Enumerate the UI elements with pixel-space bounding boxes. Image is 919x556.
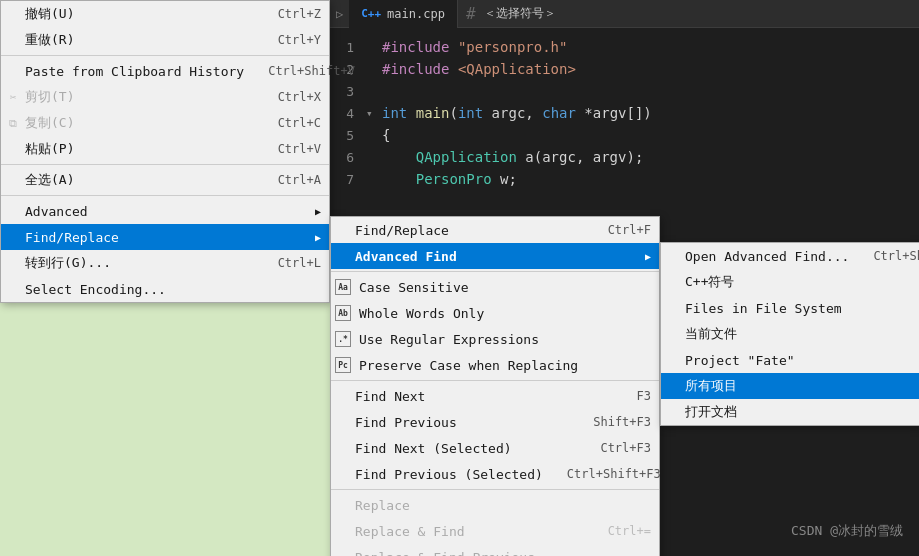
menu-l3-open-advanced[interactable]: Open Advanced Find... Ctrl+Shift+F [661,243,919,269]
menu-sep-3 [1,195,329,196]
menu-l2-sep-2 [331,380,659,381]
line-number-4: 4 [330,106,366,121]
menu-l2-find-next[interactable]: Find Next F3 [331,383,659,409]
menu-item-select-all[interactable]: 全选(A) Ctrl+A [1,167,329,193]
advanced-find-arrow: ▶ [637,251,651,262]
menu-l2-label-whole-words: Whole Words Only [359,306,484,321]
menu-label-encoding: Select Encoding... [25,282,166,297]
code-content-4: int main(int argc, char *argv[]) [382,105,652,121]
tab-symbol: ＜选择符号＞ [484,5,556,22]
menu-l3-open-doc[interactable]: 打开文档 [661,399,919,425]
menu-label-select-all: 全选(A) [25,171,74,189]
menu-l2-label-case-sensitive: Case Sensitive [359,280,469,295]
menu-l3-project-fate[interactable]: Project "Fate" [661,347,919,373]
preserve-case-icon: Pc [335,357,351,373]
menu-l3-all-projects[interactable]: 所有项目 [661,373,919,399]
code-line-3: 3 [330,80,919,102]
menu-label-undo: 撤销(U) [25,5,74,23]
watermark-text: CSDN @冰封的雪绒 [791,523,903,538]
menu-l2-label-find-next: Find Next [355,389,425,404]
context-menu-l1: 撤销(U) Ctrl+Z 重做(R) Ctrl+Y Paste from Cli… [0,0,330,303]
regex-icon: .* [335,331,351,347]
menu-l2-preserve-case[interactable]: Pc Preserve Case when Replacing [331,352,659,378]
menu-l2-replace-find-prev[interactable]: Replace & Find Previous [331,544,659,556]
menu-l2-find-prev-sel[interactable]: Find Previous (Selected) Ctrl+Shift+F3 [331,461,659,487]
menu-label-copy: 复制(C) [25,114,74,132]
menu-l3-label-files-fs: Files in File System [685,301,842,316]
code-content-6: QApplication a(argc, argv); [382,149,643,165]
menu-l3-current-file[interactable]: 当前文件 [661,321,919,347]
menu-item-find-replace[interactable]: Find/Replace ▶ [1,224,329,250]
menu-shortcut-goto: Ctrl+L [254,256,321,270]
menu-l2-label-replace-find-prev: Replace & Find Previous [355,550,535,557]
tab-separator: # [458,4,484,23]
menu-l2-sep-1 [331,271,659,272]
code-content-1: #include "personpro.h" [382,39,567,55]
menu-l3-label-open-doc: 打开文档 [685,403,737,421]
menu-l3-label-all-projects: 所有项目 [685,377,737,395]
tab-arrow: ▷ [330,7,349,21]
menu-l2-replace[interactable]: Replace [331,492,659,518]
menu-label-paste-history: Paste from Clipboard History [25,64,244,79]
find-replace-arrow: ▶ [307,232,321,243]
menu-l2-shortcut-find-next: F3 [613,389,651,403]
menu-l2-shortcut-replace-find: Ctrl+= [584,524,651,538]
menu-l2-label-find-replace: Find/Replace [355,223,449,238]
menu-label-advanced: Advanced [25,204,88,219]
context-menu-l3: Open Advanced Find... Ctrl+Shift+F C++符号… [660,242,919,426]
menu-item-undo[interactable]: 撤销(U) Ctrl+Z [1,1,329,27]
menu-label-paste: 粘贴(P) [25,140,74,158]
menu-l2-shortcut-find-prev: Shift+F3 [569,415,651,429]
menu-l2-advanced-find[interactable]: Advanced Find ▶ [331,243,659,269]
menu-item-goto[interactable]: 转到行(G)... Ctrl+L [1,250,329,276]
context-menu-l2: Find/Replace Ctrl+F Advanced Find ▶ Aa C… [330,216,660,556]
menu-l2-shortcut-find-prev-sel: Ctrl+Shift+F3 [543,467,661,481]
menu-shortcut-paste-history: Ctrl+Shift+V [244,64,355,78]
menu-l2-find-next-sel[interactable]: Find Next (Selected) Ctrl+F3 [331,435,659,461]
menu-label-redo: 重做(R) [25,31,74,49]
menu-shortcut-cut: Ctrl+X [254,90,321,104]
code-line-2: 2 #include <QApplication> [330,58,919,80]
menu-sep-1 [1,55,329,56]
menu-l2-label-preserve-case: Preserve Case when Replacing [359,358,578,373]
menu-l2-shortcut-find-replace: Ctrl+F [584,223,651,237]
menu-l3-files-fs[interactable]: Files in File System [661,295,919,321]
cut-icon: ✂ [5,91,21,104]
advanced-arrow: ▶ [307,206,321,217]
menu-item-cut[interactable]: ✂ 剪切(T) Ctrl+X [1,84,329,110]
menu-l2-label-find-prev-sel: Find Previous (Selected) [355,467,543,482]
menu-item-paste[interactable]: 粘贴(P) Ctrl+V [1,136,329,162]
menu-item-advanced[interactable]: Advanced ▶ [1,198,329,224]
menu-l2-find-replace[interactable]: Find/Replace Ctrl+F [331,217,659,243]
menu-l3-label-open-advanced: Open Advanced Find... [685,249,849,264]
line-number-3: 3 [330,84,366,99]
tab-item-main-cpp[interactable]: C++ main.cpp [349,0,458,28]
menu-l2-find-prev[interactable]: Find Previous Shift+F3 [331,409,659,435]
menu-item-copy[interactable]: ⧉ 复制(C) Ctrl+C [1,110,329,136]
menu-l2-regex[interactable]: .* Use Regular Expressions [331,326,659,352]
menu-l2-replace-find[interactable]: Replace & Find Ctrl+= [331,518,659,544]
menu-shortcut-undo: Ctrl+Z [254,7,321,21]
case-sensitive-icon: Aa [335,279,351,295]
menu-item-encoding[interactable]: Select Encoding... [1,276,329,302]
menu-l3-shortcut-open-advanced: Ctrl+Shift+F [849,249,919,263]
menu-item-paste-history[interactable]: Paste from Clipboard History Ctrl+Shift+… [1,58,329,84]
tab-file-icon: C++ [361,7,381,20]
tab-filename: main.cpp [387,7,445,21]
menu-l2-label-replace: Replace [355,498,410,513]
menu-l2-sep-3 [331,489,659,490]
menu-label-goto: 转到行(G)... [25,254,111,272]
menu-l2-label-find-next-sel: Find Next (Selected) [355,441,512,456]
menu-l2-label-advanced-find: Advanced Find [355,249,457,264]
menu-shortcut-copy: Ctrl+C [254,116,321,130]
menu-l2-whole-words[interactable]: Ab Whole Words Only [331,300,659,326]
menu-l3-cpp-symbol[interactable]: C++符号 [661,269,919,295]
menu-l2-case-sensitive[interactable]: Aa Case Sensitive [331,274,659,300]
menu-item-redo[interactable]: 重做(R) Ctrl+Y [1,27,329,53]
line-number-6: 6 [330,150,366,165]
menu-label-cut: 剪切(T) [25,88,74,106]
line-arrow-4: ▾ [366,107,382,120]
line-number-1: 1 [330,40,366,55]
menu-l3-label-project-fate: Project "Fate" [685,353,795,368]
menu-l3-label-cpp-symbol: C++符号 [685,273,734,291]
